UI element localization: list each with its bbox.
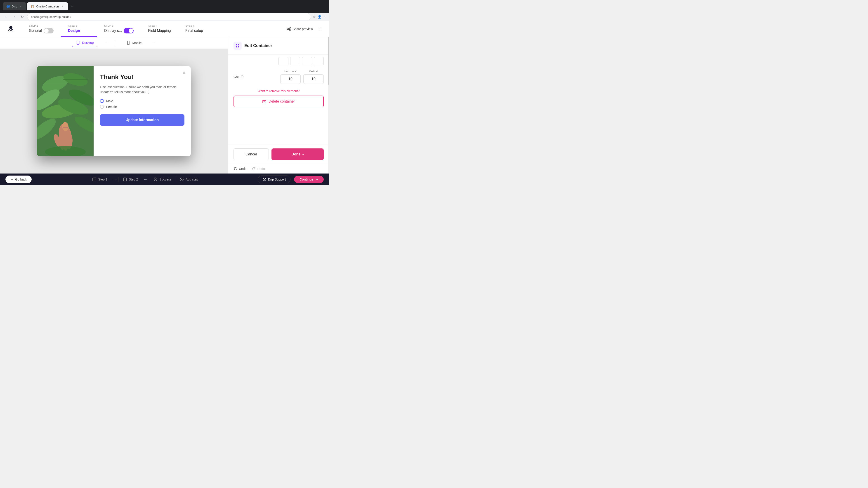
step-2-name: Design — [68, 29, 90, 33]
svg-rect-37 — [238, 46, 239, 47]
back-button[interactable]: ← — [3, 13, 9, 20]
step-2[interactable]: STEP 2 Design — [61, 21, 97, 37]
svg-point-1 — [8, 29, 10, 31]
redo-label: Redo — [257, 167, 265, 170]
panel-header: Edit Container — [228, 37, 329, 55]
bottom-step-2[interactable]: Step 2 — [119, 175, 143, 183]
app-header: STEP 1 General STEP 2 Design STEP 3 Disp… — [0, 21, 329, 37]
new-tab-button[interactable]: + — [69, 3, 75, 9]
tab-onsite-label: Onsite Campaign — [36, 5, 59, 8]
menu-icon[interactable]: ⋮ — [323, 15, 327, 19]
main-content: Desktop ⋯ Mobile ⋯ — [0, 37, 329, 173]
done-label: Done — [291, 152, 301, 156]
gap-label-text: Gap — [234, 75, 239, 78]
svg-point-6 — [287, 28, 288, 30]
step-4-name: Field Mapping — [148, 29, 171, 33]
step-1-name: General — [29, 29, 42, 33]
drip-support-button[interactable]: Drip Support — [258, 175, 291, 183]
desktop-view-button[interactable]: Desktop — [72, 39, 97, 47]
panel-title: Edit Container — [244, 43, 272, 48]
canvas-area: Desktop ⋯ Mobile ⋯ — [0, 37, 228, 173]
bottom-step-1[interactable]: Step 1 — [88, 175, 112, 183]
header-more-button[interactable]: ⋮ — [316, 25, 324, 33]
desktop-more-icon[interactable]: ⋯ — [105, 41, 108, 45]
tab-onsite[interactable]: 📋 Onsite Campaign × — [27, 2, 68, 10]
gap-row: Gap ⓘ Horizontal Vertical — [234, 70, 324, 84]
url-text: onsite.getdrip.com/drip-builder/ — [31, 15, 71, 19]
svg-line-42 — [264, 100, 264, 101]
view-separator — [115, 40, 115, 46]
undo-label: Undo — [239, 167, 246, 170]
panel-control-3[interactable] — [302, 57, 312, 65]
svg-line-3 — [9, 29, 11, 29]
step-4[interactable]: STEP 4 Field Mapping — [141, 21, 178, 37]
gap-info-icon: ⓘ — [241, 75, 243, 79]
step-1[interactable]: STEP 1 General — [22, 21, 61, 37]
step-3[interactable]: STEP 3 Display s... — [97, 21, 141, 37]
bottom-step-1-more[interactable]: ⋯ — [112, 176, 118, 183]
bottom-step-1-label: Step 1 — [98, 177, 107, 181]
svg-point-55 — [264, 179, 265, 180]
step-3-content: Display s... — [104, 28, 133, 33]
step-1-content: General — [29, 28, 54, 33]
update-information-button[interactable]: Update Information — [100, 114, 184, 126]
desktop-view-label: Desktop — [82, 41, 94, 44]
step-2-number: STEP 2 — [68, 25, 90, 28]
gap-vertical-col: Vertical — [303, 70, 324, 84]
modal-close-button[interactable]: × — [181, 70, 187, 76]
panel-control-4[interactable] — [314, 57, 324, 65]
go-back-button[interactable]: ← Go back — [5, 175, 32, 183]
continue-button[interactable]: Continue → — [294, 176, 324, 183]
undo-redo-section: Undo Redo — [228, 164, 329, 173]
redo-button[interactable]: Redo — [252, 167, 265, 171]
modal-title: Thank You! — [100, 73, 184, 81]
browser-actions: ☆ 👤 ⋮ — [313, 15, 327, 19]
refresh-button[interactable]: ↻ — [19, 13, 25, 20]
panel-control-2[interactable] — [290, 57, 300, 65]
add-step-button[interactable]: Add step — [176, 175, 202, 183]
svg-line-4 — [11, 29, 12, 29]
svg-rect-44 — [93, 178, 96, 181]
address-bar: ← → ↻ onsite.getdrip.com/drip-builder/ ☆… — [0, 13, 329, 21]
mobile-view-label: Mobile — [132, 41, 142, 45]
svg-point-2 — [11, 29, 13, 31]
panel-control-1[interactable] — [278, 57, 288, 65]
bottom-bar: ← Go back Step 1 ⋯ Step 2 ⋯ — [0, 173, 329, 185]
tab-drip[interactable]: 🌀 Drip × — [3, 2, 26, 10]
cancel-button[interactable]: Cancel — [234, 149, 269, 160]
step-5[interactable]: STEP 5 Final setup — [178, 21, 214, 37]
tab-drip-close[interactable]: × — [19, 4, 23, 8]
scrollbar-thumb[interactable] — [328, 37, 329, 85]
svg-rect-26 — [63, 127, 68, 128]
logo — [5, 24, 16, 34]
radio-male[interactable]: Male — [100, 99, 184, 103]
panel-footer: Cancel Done ↗ — [228, 144, 329, 164]
gap-vertical-input[interactable] — [303, 74, 324, 84]
modal-popup: × Thank You! One last question. Should w… — [37, 66, 191, 156]
step-3-toggle[interactable] — [124, 28, 133, 33]
gap-horizontal-input[interactable] — [280, 74, 301, 84]
bottom-step-2-more[interactable]: ⋯ — [143, 176, 149, 183]
profile-icon[interactable]: 👤 — [318, 15, 321, 19]
gap-inputs: Horizontal Vertical — [280, 70, 324, 84]
forward-button[interactable]: → — [11, 13, 17, 20]
delete-container-button[interactable]: Delete container — [234, 96, 324, 107]
step-1-toggle[interactable] — [43, 28, 54, 33]
done-button[interactable]: Done ↗ — [272, 149, 324, 160]
radio-female[interactable]: Female — [100, 105, 184, 109]
right-panel: Edit Container Gap ⓘ Horizontal — [228, 37, 329, 173]
mobile-more-icon[interactable]: ⋯ — [153, 41, 156, 45]
star-icon[interactable]: ☆ — [313, 15, 316, 19]
mobile-view-button[interactable]: Mobile — [123, 39, 145, 47]
undo-button[interactable]: Undo — [234, 167, 246, 171]
radio-female-circle — [100, 105, 104, 109]
radio-female-label: Female — [106, 105, 117, 109]
canvas-toolbar: Desktop ⋯ Mobile ⋯ — [0, 37, 228, 49]
tab-onsite-close[interactable]: × — [61, 4, 64, 8]
scrollbar-track[interactable] — [328, 37, 329, 173]
continue-label: Continue — [300, 177, 313, 181]
url-bar[interactable]: onsite.getdrip.com/drip-builder/ — [27, 13, 311, 20]
share-preview-button[interactable]: Share preview — [286, 27, 313, 31]
success-step[interactable]: Success — [149, 175, 176, 183]
radio-group: Male Female — [100, 99, 184, 109]
